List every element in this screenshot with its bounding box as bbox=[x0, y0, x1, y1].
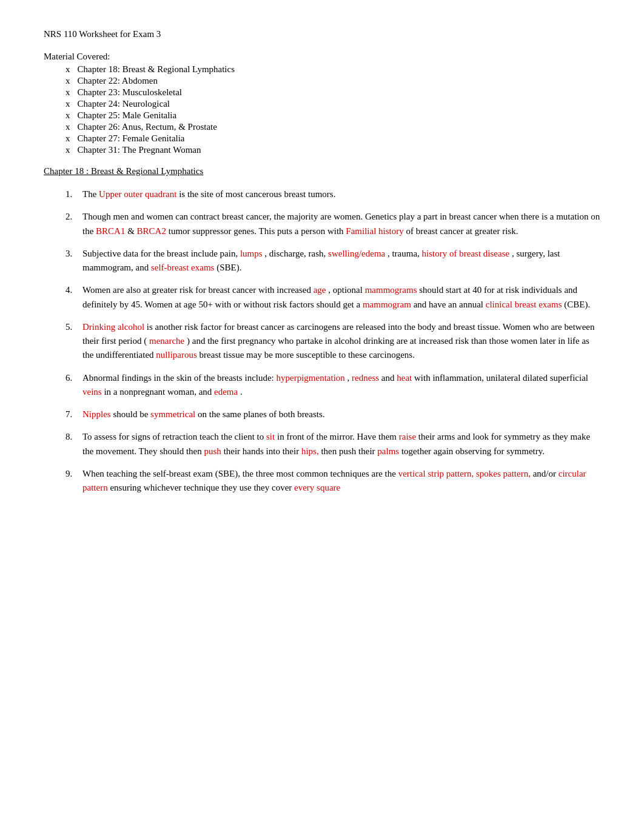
plain-text: and have an annual bbox=[411, 300, 486, 309]
plain-text: Abnormal findings in the skin of the bre… bbox=[82, 373, 277, 383]
material-list-item: Chapter 25: Male Genitalia bbox=[65, 110, 600, 121]
page-title: NRS 110 Worksheet for Exam 3 bbox=[44, 29, 600, 39]
highlight-text: menarche bbox=[149, 336, 184, 346]
highlight-text: edema bbox=[214, 387, 238, 397]
highlight-text: BRCA2 bbox=[137, 226, 166, 236]
highlight-text: symmetrical bbox=[150, 409, 195, 419]
plain-text: should be bbox=[111, 409, 150, 419]
list-item: 8.To assess for signs of retraction teac… bbox=[65, 430, 600, 458]
highlight-text: vertical strip pattern, spokes pattern, bbox=[398, 469, 531, 478]
plain-text: and/or bbox=[531, 469, 558, 478]
plain-text: breast tissue may be more susceptible to… bbox=[197, 350, 415, 360]
highlight-text: redness bbox=[352, 373, 379, 383]
material-list-item: Chapter 22: Abdomen bbox=[65, 76, 600, 86]
highlight-text: Nipples bbox=[82, 409, 111, 419]
highlight-text: lumps bbox=[240, 249, 263, 258]
list-number: 2. bbox=[65, 210, 72, 224]
plain-text: & bbox=[125, 226, 136, 236]
plain-text: To assess for signs of retraction teach … bbox=[82, 432, 266, 441]
list-number: 9. bbox=[65, 467, 72, 481]
list-item: 7.Nipples should be symmetrical on the s… bbox=[65, 407, 600, 421]
highlight-text: mammogram bbox=[363, 300, 411, 309]
material-list-item: Chapter 26: Anus, Rectum, & Prostate bbox=[65, 122, 600, 132]
highlight-text: history of breast disease bbox=[422, 249, 510, 258]
highlight-text: hyperpigmentation bbox=[277, 373, 345, 383]
list-item: 5.Drinking alcohol is another risk facto… bbox=[65, 320, 600, 363]
plain-text: in a nonpregnant woman, and bbox=[102, 387, 214, 397]
list-item: 1.The Upper outer quadrant is the site o… bbox=[65, 187, 600, 201]
plain-text: then push their bbox=[319, 446, 378, 456]
list-item: 4.Women are also at greater risk for bre… bbox=[65, 283, 600, 312]
material-list-item: Chapter 23: Musculoskeletal bbox=[65, 87, 600, 98]
plain-text: tumor suppressor genes. This puts a pers… bbox=[166, 226, 346, 236]
plain-text: . bbox=[238, 387, 243, 397]
highlight-text: BRCA1 bbox=[96, 226, 125, 236]
material-list: Chapter 18: Breast & Regional Lymphatics… bbox=[44, 64, 600, 155]
highlight-text: raise bbox=[399, 432, 416, 441]
list-number: 1. bbox=[65, 187, 72, 201]
highlight-text: palms bbox=[377, 446, 399, 456]
list-item: 2.Though men and women can contract brea… bbox=[65, 210, 600, 238]
list-item: 3.Subjective data for the breast include… bbox=[65, 247, 600, 275]
plain-text: ensuring whichever technique they use th… bbox=[108, 483, 294, 492]
plain-text: with inflammation, unilateral dilated su… bbox=[412, 373, 588, 383]
material-covered-section: Material Covered: Chapter 18: Breast & R… bbox=[44, 52, 600, 155]
plain-text: and bbox=[379, 373, 397, 383]
highlight-text: self-breast exams bbox=[151, 263, 215, 272]
plain-text: of breast cancer at greater risk. bbox=[404, 226, 518, 236]
plain-text: The bbox=[82, 189, 99, 199]
material-label: Material Covered: bbox=[44, 52, 600, 62]
content-list: 1.The Upper outer quadrant is the site o… bbox=[44, 187, 600, 495]
plain-text: When teaching the self-breast exam (SBE)… bbox=[82, 469, 398, 478]
material-list-item: Chapter 31: The Pregnant Woman bbox=[65, 145, 600, 155]
highlight-text: mammograms bbox=[365, 285, 417, 295]
material-list-item: Chapter 24: Neurological bbox=[65, 99, 600, 109]
material-list-item: Chapter 27: Female Genitalia bbox=[65, 133, 600, 144]
plain-text: on the same planes of both breasts. bbox=[195, 409, 324, 419]
highlight-text: Drinking alcohol bbox=[82, 322, 144, 332]
list-item: 9.When teaching the self-breast exam (SB… bbox=[65, 467, 600, 495]
list-number: 6. bbox=[65, 371, 72, 385]
plain-text: (SBE). bbox=[214, 263, 241, 272]
highlight-text: Familial history bbox=[346, 226, 403, 236]
plain-text: Subjective data for the breast include p… bbox=[82, 249, 240, 258]
highlight-text: swelling/edema bbox=[328, 249, 385, 258]
plain-text: is the site of most cancerous breast tum… bbox=[176, 189, 335, 199]
plain-text: , bbox=[345, 373, 352, 383]
list-number: 3. bbox=[65, 247, 72, 261]
plain-text: in front of the mirror. Have them bbox=[275, 432, 399, 441]
chapter-title: Chapter 18 : Breast & Regional Lymphatic… bbox=[44, 166, 600, 176]
material-list-item: Chapter 18: Breast & Regional Lymphatics bbox=[65, 64, 600, 75]
highlight-text: hips, bbox=[301, 446, 319, 456]
plain-text: together again observing for symmetry. bbox=[399, 446, 545, 456]
list-number: 4. bbox=[65, 283, 72, 297]
list-number: 8. bbox=[65, 430, 72, 444]
highlight-text: clinical breast exams bbox=[486, 300, 562, 309]
highlight-text: veins bbox=[82, 387, 102, 397]
highlight-text: every square bbox=[294, 483, 340, 492]
list-number: 5. bbox=[65, 320, 72, 334]
highlight-text: heat bbox=[397, 373, 412, 383]
highlight-text: push bbox=[204, 446, 221, 456]
highlight-text: nulliparous bbox=[156, 350, 197, 360]
highlight-text: sit bbox=[266, 432, 275, 441]
plain-text: their hands into their bbox=[221, 446, 301, 456]
highlight-text: age bbox=[314, 285, 326, 295]
plain-text: , trauma, bbox=[385, 249, 421, 258]
plain-text: , discharge, rash, bbox=[263, 249, 328, 258]
highlight-text: Upper outer quadrant bbox=[99, 189, 176, 199]
list-item: 6.Abnormal findings in the skin of the b… bbox=[65, 371, 600, 400]
list-number: 7. bbox=[65, 407, 72, 421]
plain-text: Women are also at greater risk for breas… bbox=[82, 285, 314, 295]
plain-text: , optional bbox=[326, 285, 365, 295]
plain-text: (CBE). bbox=[562, 300, 591, 309]
